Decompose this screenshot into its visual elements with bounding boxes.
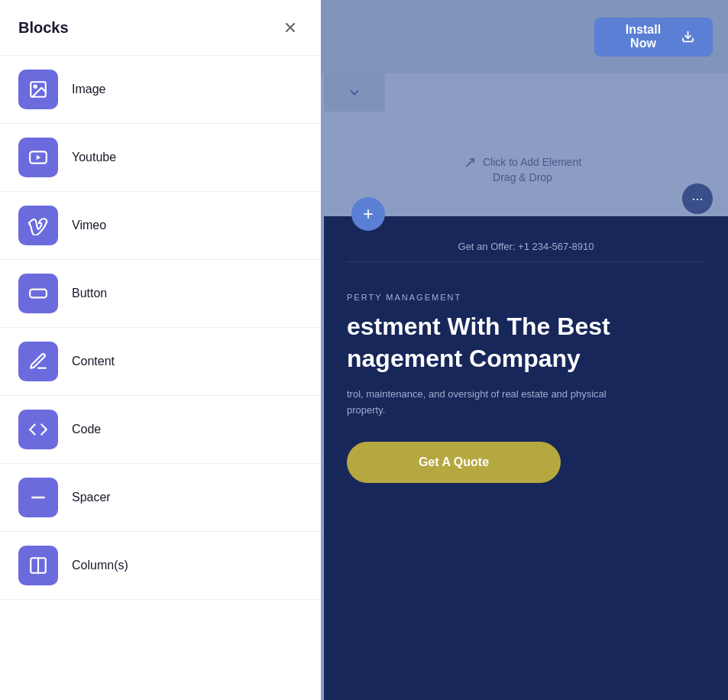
svg-rect-7 [30, 290, 47, 298]
content-block-label: Content [72, 355, 115, 368]
close-icon [283, 20, 298, 35]
blocks-panel: Blocks Image [0, 0, 321, 700]
block-item-image[interactable]: Image [0, 56, 321, 124]
get-a-quote-button[interactable]: Get A Quote [347, 442, 561, 483]
block-item-button[interactable]: Button [0, 260, 321, 328]
hero-section: Get an Offer: +1 234-567-8910 PERTY MANA… [324, 216, 728, 700]
property-tag: PERTY MANAGEMENT [347, 293, 705, 302]
button-block-label: Button [72, 287, 107, 300]
offer-bar: Get an Offer: +1 234-567-8910 [347, 232, 705, 262]
block-item-content[interactable]: Content [0, 328, 321, 396]
close-panel-button[interactable] [278, 15, 303, 40]
blocks-list: Image Youtube Vimeo [0, 56, 321, 700]
vimeo-block-label: Vimeo [72, 219, 106, 232]
blocks-panel-title: Blocks [18, 19, 69, 37]
vimeo-block-icon [18, 206, 58, 245]
download-icon [681, 30, 694, 44]
content-block-icon [18, 342, 58, 381]
columns-block-label: Column(s) [72, 559, 128, 572]
click-to-add-text: Click to Add Element [483, 156, 581, 168]
button-block-icon [18, 274, 58, 313]
hero-description: trol, maintenance, and oversight of real… [347, 387, 705, 419]
svg-marker-6 [37, 155, 40, 160]
dropdown-bar[interactable] [324, 73, 385, 112]
spacer-block-label: Spacer [72, 491, 111, 504]
block-item-youtube[interactable]: Youtube [0, 124, 321, 192]
install-now-button[interactable]: Install Now [594, 18, 713, 57]
youtube-block-label: Youtube [72, 151, 116, 164]
drag-drop-text: Drag & Drop [493, 171, 552, 183]
add-element-area: ↗ Click to Add Element Drag & Drop [324, 122, 721, 214]
block-item-vimeo[interactable]: Vimeo [0, 192, 321, 260]
block-item-code[interactable]: Code [0, 396, 321, 464]
blocks-header: Blocks [0, 0, 321, 56]
code-block-icon [18, 410, 58, 449]
arrow-icon: ↗ [464, 153, 477, 171]
columns-block-icon [18, 546, 58, 585]
ellipsis-icon: ··· [691, 191, 703, 207]
install-now-label: Install Now [613, 23, 674, 50]
svg-point-4 [34, 86, 37, 88]
block-item-columns[interactable]: Column(s) [0, 532, 321, 600]
image-block-label: Image [72, 83, 105, 96]
youtube-block-icon [18, 138, 58, 177]
hero-heading: estment With The Best nagement Company [347, 311, 705, 374]
more-options-button[interactable]: ··· [682, 183, 713, 214]
code-block-label: Code [72, 423, 101, 436]
block-item-spacer[interactable]: Spacer [0, 464, 321, 532]
spacer-block-icon [18, 478, 58, 517]
chevron-down-icon [347, 85, 362, 100]
add-element-button[interactable]: + [351, 197, 385, 231]
image-block-icon [18, 70, 58, 109]
